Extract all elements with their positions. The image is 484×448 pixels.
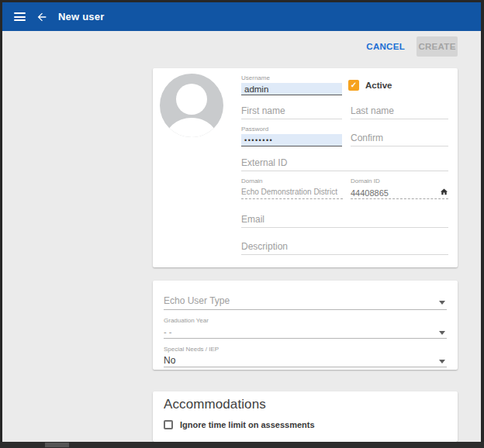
domain-id-label: Domain ID xyxy=(351,177,448,184)
create-button[interactable]: CREATE xyxy=(417,36,458,57)
domain-value: Echo Demonstration District xyxy=(241,187,343,199)
chevron-down-icon xyxy=(439,301,445,305)
domain-label: Domain xyxy=(241,177,343,184)
hamburger-menu-icon[interactable] xyxy=(14,12,26,21)
domain-field: Domain Echo Demonstration District xyxy=(241,177,343,199)
accommodations-title: Accommodations xyxy=(164,397,266,412)
first-name-field[interactable]: First name xyxy=(241,106,342,119)
description-field[interactable]: Description xyxy=(241,241,448,255)
domain-id-value: 44408865 xyxy=(351,188,389,198)
external-id-field[interactable]: External ID xyxy=(241,156,448,171)
avatar[interactable] xyxy=(160,74,223,137)
graduation-year-select[interactable]: Graduation Year - - xyxy=(164,317,447,339)
chevron-down-icon xyxy=(439,360,445,364)
app-bar: New user xyxy=(2,2,481,31)
scrollbar-thumb[interactable] xyxy=(45,443,69,447)
special-needs-iep-value: No xyxy=(164,355,447,367)
graduation-year-label: Graduation Year xyxy=(164,317,447,324)
last-name-placeholder: Last name xyxy=(351,105,394,116)
back-arrow-icon[interactable] xyxy=(36,11,48,23)
username-label: Username xyxy=(241,74,342,81)
home-icon[interactable] xyxy=(440,188,448,196)
user-type-card: Echo User Type Graduation Year - - Speci… xyxy=(153,281,458,370)
cancel-button[interactable]: CANCEL xyxy=(366,42,405,51)
checkbox-checked-icon: ✓ xyxy=(348,80,359,91)
action-bar: CANCEL CREATE xyxy=(366,36,458,57)
ignore-time-limit-checkbox[interactable]: Ignore time limit on assessments xyxy=(164,420,315,429)
email-field[interactable]: Email xyxy=(241,214,448,228)
email-placeholder: Email xyxy=(241,214,264,225)
confirm-password-field[interactable]: Confirm xyxy=(351,133,448,146)
avatar-torso-shape xyxy=(164,118,219,137)
password-label: Password xyxy=(241,126,342,133)
active-label: Active xyxy=(365,81,392,90)
password-value: •••••••• xyxy=(241,134,342,146)
graduation-year-value: - - xyxy=(164,326,447,339)
avatar-head-shape xyxy=(176,84,207,115)
last-name-field[interactable]: Last name xyxy=(351,106,448,119)
external-id-placeholder: External ID xyxy=(241,157,287,168)
user-identity-card: Username admin ✓ Active First name Last … xyxy=(153,68,458,267)
username-field[interactable]: Username admin xyxy=(241,74,342,95)
echo-user-type-placeholder: Echo User Type xyxy=(164,295,230,306)
echo-user-type-select[interactable]: Echo User Type xyxy=(164,293,447,310)
horizontal-scrollbar[interactable] xyxy=(0,442,484,448)
page-title: New user xyxy=(58,11,104,22)
confirm-placeholder: Confirm xyxy=(351,133,383,143)
username-value: admin xyxy=(241,83,342,95)
special-needs-iep-select[interactable]: Special Needs / IEP No xyxy=(164,346,447,367)
checkbox-unchecked-icon xyxy=(164,420,173,429)
first-name-placeholder: First name xyxy=(241,105,285,116)
accommodations-card: Accommodations Ignore time limit on asse… xyxy=(153,391,458,442)
special-needs-iep-label: Special Needs / IEP xyxy=(164,346,447,353)
page-content: New user CANCEL CREATE Username admin ✓ … xyxy=(2,2,481,442)
domain-id-field: Domain ID 44408865 xyxy=(351,177,448,199)
ignore-time-limit-label: Ignore time limit on assessments xyxy=(180,420,315,429)
description-placeholder: Description xyxy=(241,241,288,252)
active-checkbox[interactable]: ✓ Active xyxy=(348,80,392,91)
password-field[interactable]: Password •••••••• xyxy=(241,126,342,146)
app-window: New user CANCEL CREATE Username admin ✓ … xyxy=(0,0,484,448)
chevron-down-icon xyxy=(439,331,445,335)
